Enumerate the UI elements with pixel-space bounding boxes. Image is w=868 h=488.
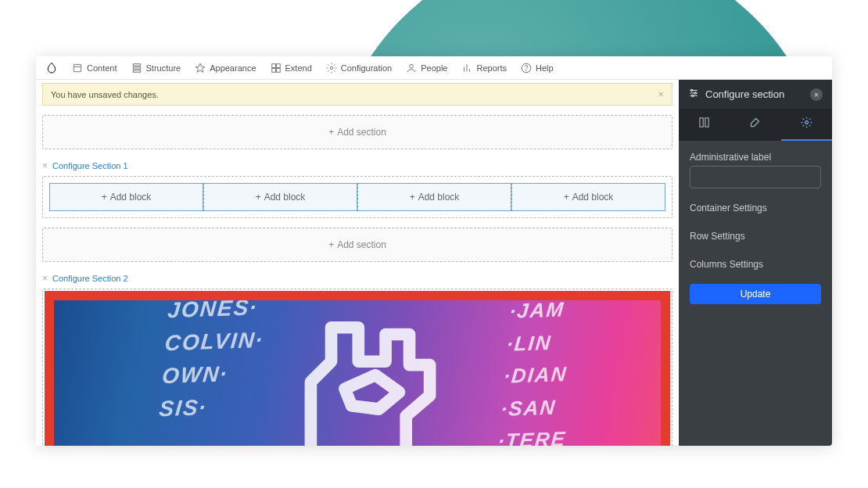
fist-icon <box>248 300 482 446</box>
svg-point-20 <box>694 92 696 94</box>
admin-toolbar: Content Structure Appearance Extend Conf… <box>36 56 832 80</box>
add-block-button[interactable]: +Add block <box>511 183 665 211</box>
nav-help[interactable]: Help <box>521 63 554 74</box>
plus-icon: + <box>328 127 334 138</box>
add-block-button[interactable]: +Add block <box>203 183 357 211</box>
alert-close-icon[interactable]: × <box>658 88 664 100</box>
admin-label-input[interactable] <box>690 166 821 188</box>
plus-icon: + <box>328 239 334 250</box>
panel-title: Configure section <box>705 88 784 100</box>
svg-rect-4 <box>133 70 140 71</box>
add-section-button[interactable]: + Add section <box>42 228 673 262</box>
svg-point-9 <box>330 66 333 70</box>
section-1-row: +Add block +Add block +Add block +Add bl… <box>42 176 673 218</box>
app-window: Content Structure Appearance Extend Conf… <box>36 56 832 446</box>
panel-tabs <box>679 109 832 141</box>
add-block-label: Add block <box>572 192 614 203</box>
nav-label: Configuration <box>341 63 392 73</box>
svg-rect-7 <box>271 68 275 72</box>
tab-settings[interactable] <box>781 109 832 141</box>
drupal-logo-icon[interactable] <box>45 62 58 74</box>
svg-point-19 <box>691 89 693 91</box>
svg-point-21 <box>692 95 694 96</box>
nav-label: Reports <box>476 63 507 73</box>
nav-structure[interactable]: Structure <box>131 63 181 74</box>
panel-header: Configure section × <box>679 80 832 109</box>
add-section-label: Add section <box>337 127 386 138</box>
unsaved-changes-alert: You have unsaved changes. × <box>42 83 673 106</box>
nav-label: People <box>421 63 447 73</box>
add-block-button[interactable]: +Add block <box>49 183 203 211</box>
layout-canvas: You have unsaved changes. × + Add sectio… <box>36 80 679 446</box>
svg-rect-23 <box>705 118 708 127</box>
nav-appearance[interactable]: Appearance <box>195 63 256 74</box>
svg-rect-0 <box>74 64 81 71</box>
nav-label: Content <box>87 63 117 73</box>
plus-icon: + <box>410 192 415 203</box>
nav-label: Extend <box>285 63 312 73</box>
svg-rect-22 <box>700 118 703 127</box>
plus-icon: + <box>102 192 107 203</box>
add-block-label: Add block <box>264 192 306 203</box>
add-block-label: Add block <box>418 192 460 203</box>
nav-label: Structure <box>146 63 181 73</box>
section-2-hero[interactable]: JONES· COLVIN· OWN· SIS· ·JAM ·LIN ·DIAN… <box>42 289 673 446</box>
svg-rect-3 <box>133 66 140 68</box>
nav-label: Appearance <box>210 63 256 73</box>
plus-icon: + <box>564 192 569 203</box>
svg-point-24 <box>805 121 808 124</box>
nav-reports[interactable]: Reports <box>461 63 507 74</box>
accordion-container-settings[interactable]: Container Settings <box>690 199 821 217</box>
plus-icon: + <box>256 192 261 203</box>
nav-label: Help <box>536 63 554 73</box>
panel-close-icon[interactable]: × <box>810 88 823 101</box>
tab-style[interactable] <box>730 109 780 141</box>
svg-rect-6 <box>276 63 280 67</box>
hero-names-right: ·JAM ·LIN ·DIAN ·SAN ·TERE ·WILLIE <box>494 300 597 446</box>
accordion-columns-settings[interactable]: Columns Settings <box>690 256 821 273</box>
svg-rect-2 <box>133 63 140 65</box>
add-section-button[interactable]: + Add section <box>42 115 673 149</box>
field-label: Administrative label <box>690 152 821 163</box>
section-close-icon[interactable]: × <box>42 160 48 171</box>
add-block-label: Add block <box>110 192 152 203</box>
sliders-icon <box>688 88 699 101</box>
update-button[interactable]: Update <box>690 284 821 304</box>
svg-point-10 <box>410 64 414 68</box>
nav-configuration[interactable]: Configuration <box>326 63 392 74</box>
svg-rect-5 <box>271 63 275 67</box>
admin-label-field: Administrative label <box>690 152 821 188</box>
section-2-header[interactable]: × Configure Section 2 <box>42 273 673 284</box>
section-title: Configure Section 1 <box>52 161 128 170</box>
svg-point-15 <box>526 70 527 70</box>
nav-extend[interactable]: Extend <box>271 63 312 74</box>
add-block-button[interactable]: +Add block <box>357 183 511 211</box>
section-title: Configure Section 2 <box>52 274 128 283</box>
accordion-row-settings[interactable]: Row Settings <box>690 228 821 245</box>
section-1-header[interactable]: × Configure Section 1 <box>42 160 673 171</box>
hero-image: JONES· COLVIN· OWN· SIS· ·JAM ·LIN ·DIAN… <box>54 300 661 446</box>
section-close-icon[interactable]: × <box>42 273 48 284</box>
nav-people[interactable]: People <box>406 63 447 74</box>
alert-message: You have unsaved changes. <box>51 90 159 99</box>
add-section-label: Add section <box>337 239 386 250</box>
configure-section-panel: Configure section × Administrative label <box>679 80 832 446</box>
tab-layout[interactable] <box>679 109 730 141</box>
svg-rect-8 <box>276 68 280 72</box>
nav-content[interactable]: Content <box>72 63 117 74</box>
